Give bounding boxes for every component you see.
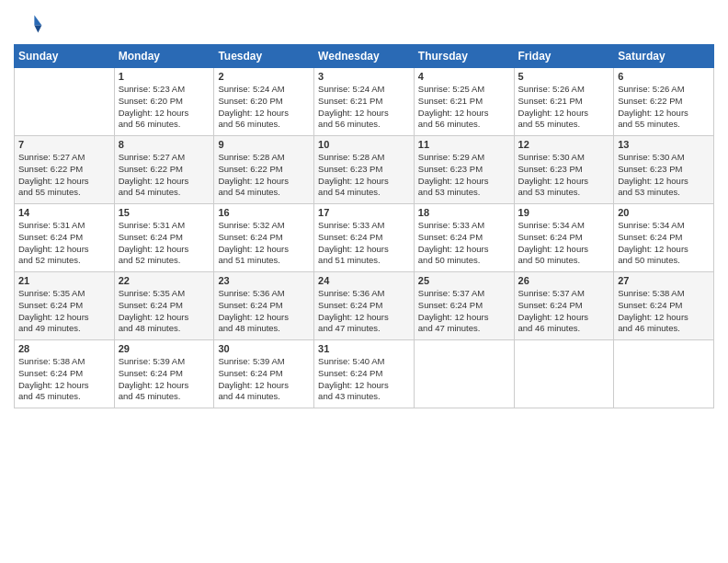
day-number: 12 (518, 139, 610, 150)
day-info: Sunrise: 5:36 AM Sunset: 6:24 PM Dayligh… (218, 288, 310, 335)
day-info: Sunrise: 5:24 AM Sunset: 6:20 PM Dayligh… (218, 84, 310, 131)
day-number: 2 (218, 71, 310, 82)
day-number: 28 (18, 343, 110, 354)
day-cell (15, 68, 115, 136)
day-info: Sunrise: 5:23 AM Sunset: 6:20 PM Dayligh… (119, 84, 210, 131)
day-number: 11 (418, 139, 510, 150)
day-cell: 16Sunrise: 5:32 AM Sunset: 6:24 PM Dayli… (214, 204, 314, 272)
day-cell: 29Sunrise: 5:39 AM Sunset: 6:24 PM Dayli… (114, 340, 214, 408)
day-info: Sunrise: 5:33 AM Sunset: 6:24 PM Dayligh… (318, 220, 410, 267)
col-header-monday: Monday (114, 45, 214, 68)
day-cell: 31Sunrise: 5:40 AM Sunset: 6:24 PM Dayli… (314, 340, 415, 408)
day-cell: 27Sunrise: 5:38 AM Sunset: 6:24 PM Dayli… (614, 272, 714, 340)
calendar-table: SundayMondayTuesdayWednesdayThursdayFrid… (14, 44, 714, 408)
day-number: 15 (119, 207, 210, 218)
logo (14, 9, 47, 39)
day-number: 4 (418, 71, 510, 82)
day-info: Sunrise: 5:39 AM Sunset: 6:24 PM Dayligh… (218, 356, 310, 403)
day-cell: 9Sunrise: 5:28 AM Sunset: 6:22 PM Daylig… (214, 136, 314, 204)
day-info: Sunrise: 5:28 AM Sunset: 6:22 PM Dayligh… (218, 152, 310, 199)
day-cell: 8Sunrise: 5:27 AM Sunset: 6:22 PM Daylig… (114, 136, 214, 204)
day-cell (414, 340, 514, 408)
day-number: 1 (119, 71, 210, 82)
day-number: 13 (618, 139, 710, 150)
header (14, 9, 714, 39)
day-info: Sunrise: 5:39 AM Sunset: 6:24 PM Dayligh… (119, 356, 210, 403)
day-cell (614, 340, 714, 408)
day-cell: 1Sunrise: 5:23 AM Sunset: 6:20 PM Daylig… (114, 68, 214, 136)
day-info: Sunrise: 5:35 AM Sunset: 6:24 PM Dayligh… (119, 288, 210, 335)
day-cell: 21Sunrise: 5:35 AM Sunset: 6:24 PM Dayli… (15, 272, 115, 340)
week-row-3: 14Sunrise: 5:31 AM Sunset: 6:24 PM Dayli… (15, 204, 714, 272)
day-cell: 30Sunrise: 5:39 AM Sunset: 6:24 PM Dayli… (214, 340, 314, 408)
day-cell: 11Sunrise: 5:29 AM Sunset: 6:23 PM Dayli… (414, 136, 514, 204)
col-header-thursday: Thursday (414, 45, 514, 68)
col-header-sunday: Sunday (15, 45, 115, 68)
day-number: 20 (618, 207, 710, 218)
day-info: Sunrise: 5:34 AM Sunset: 6:24 PM Dayligh… (618, 220, 710, 267)
week-row-2: 7Sunrise: 5:27 AM Sunset: 6:22 PM Daylig… (15, 136, 714, 204)
day-info: Sunrise: 5:35 AM Sunset: 6:24 PM Dayligh… (18, 288, 110, 335)
day-info: Sunrise: 5:32 AM Sunset: 6:24 PM Dayligh… (218, 220, 310, 267)
day-number: 9 (218, 139, 310, 150)
week-row-5: 28Sunrise: 5:38 AM Sunset: 6:24 PM Dayli… (15, 340, 714, 408)
svg-marker-1 (34, 26, 41, 33)
day-cell: 24Sunrise: 5:36 AM Sunset: 6:24 PM Dayli… (314, 272, 415, 340)
day-number: 31 (318, 343, 410, 354)
day-cell: 26Sunrise: 5:37 AM Sunset: 6:24 PM Dayli… (514, 272, 614, 340)
col-header-tuesday: Tuesday (214, 45, 314, 68)
day-number: 22 (119, 275, 210, 286)
day-number: 24 (318, 275, 410, 286)
svg-marker-0 (34, 15, 41, 25)
day-number: 5 (518, 71, 610, 82)
day-cell: 5Sunrise: 5:26 AM Sunset: 6:21 PM Daylig… (514, 68, 614, 136)
day-cell (514, 340, 614, 408)
day-number: 26 (518, 275, 610, 286)
day-cell: 20Sunrise: 5:34 AM Sunset: 6:24 PM Dayli… (614, 204, 714, 272)
col-header-saturday: Saturday (614, 45, 714, 68)
day-info: Sunrise: 5:40 AM Sunset: 6:24 PM Dayligh… (318, 356, 410, 403)
day-cell: 13Sunrise: 5:30 AM Sunset: 6:23 PM Dayli… (614, 136, 714, 204)
day-number: 21 (18, 275, 110, 286)
day-info: Sunrise: 5:31 AM Sunset: 6:24 PM Dayligh… (119, 220, 210, 267)
day-cell: 15Sunrise: 5:31 AM Sunset: 6:24 PM Dayli… (114, 204, 214, 272)
col-header-friday: Friday (514, 45, 614, 68)
day-info: Sunrise: 5:37 AM Sunset: 6:24 PM Dayligh… (418, 288, 510, 335)
day-number: 17 (318, 207, 410, 218)
day-info: Sunrise: 5:31 AM Sunset: 6:24 PM Dayligh… (18, 220, 110, 267)
day-cell: 28Sunrise: 5:38 AM Sunset: 6:24 PM Dayli… (15, 340, 115, 408)
day-cell: 18Sunrise: 5:33 AM Sunset: 6:24 PM Dayli… (414, 204, 514, 272)
day-cell: 4Sunrise: 5:25 AM Sunset: 6:21 PM Daylig… (414, 68, 514, 136)
day-cell: 2Sunrise: 5:24 AM Sunset: 6:20 PM Daylig… (214, 68, 314, 136)
day-info: Sunrise: 5:28 AM Sunset: 6:23 PM Dayligh… (318, 152, 410, 199)
day-number: 10 (318, 139, 410, 150)
day-cell: 7Sunrise: 5:27 AM Sunset: 6:22 PM Daylig… (15, 136, 115, 204)
week-row-4: 21Sunrise: 5:35 AM Sunset: 6:24 PM Dayli… (15, 272, 714, 340)
day-info: Sunrise: 5:24 AM Sunset: 6:21 PM Dayligh… (318, 84, 410, 131)
day-cell: 17Sunrise: 5:33 AM Sunset: 6:24 PM Dayli… (314, 204, 415, 272)
day-info: Sunrise: 5:27 AM Sunset: 6:22 PM Dayligh… (18, 152, 110, 199)
day-cell: 3Sunrise: 5:24 AM Sunset: 6:21 PM Daylig… (314, 68, 415, 136)
day-cell: 12Sunrise: 5:30 AM Sunset: 6:23 PM Dayli… (514, 136, 614, 204)
page: SundayMondayTuesdayWednesdayThursdayFrid… (0, 0, 728, 563)
day-number: 8 (119, 139, 210, 150)
day-info: Sunrise: 5:30 AM Sunset: 6:23 PM Dayligh… (518, 152, 610, 199)
day-info: Sunrise: 5:34 AM Sunset: 6:24 PM Dayligh… (518, 220, 610, 267)
day-info: Sunrise: 5:37 AM Sunset: 6:24 PM Dayligh… (518, 288, 610, 335)
day-info: Sunrise: 5:26 AM Sunset: 6:21 PM Dayligh… (518, 84, 610, 131)
day-number: 18 (418, 207, 510, 218)
day-info: Sunrise: 5:38 AM Sunset: 6:24 PM Dayligh… (618, 288, 710, 335)
logo-icon (14, 9, 43, 39)
day-cell: 10Sunrise: 5:28 AM Sunset: 6:23 PM Dayli… (314, 136, 415, 204)
day-number: 14 (18, 207, 110, 218)
day-number: 16 (218, 207, 310, 218)
header-row: SundayMondayTuesdayWednesdayThursdayFrid… (15, 45, 714, 68)
day-info: Sunrise: 5:38 AM Sunset: 6:24 PM Dayligh… (18, 356, 110, 403)
day-info: Sunrise: 5:30 AM Sunset: 6:23 PM Dayligh… (618, 152, 710, 199)
col-header-wednesday: Wednesday (314, 45, 415, 68)
day-info: Sunrise: 5:27 AM Sunset: 6:22 PM Dayligh… (119, 152, 210, 199)
day-cell: 25Sunrise: 5:37 AM Sunset: 6:24 PM Dayli… (414, 272, 514, 340)
day-cell: 23Sunrise: 5:36 AM Sunset: 6:24 PM Dayli… (214, 272, 314, 340)
day-number: 6 (618, 71, 710, 82)
day-info: Sunrise: 5:36 AM Sunset: 6:24 PM Dayligh… (318, 288, 410, 335)
